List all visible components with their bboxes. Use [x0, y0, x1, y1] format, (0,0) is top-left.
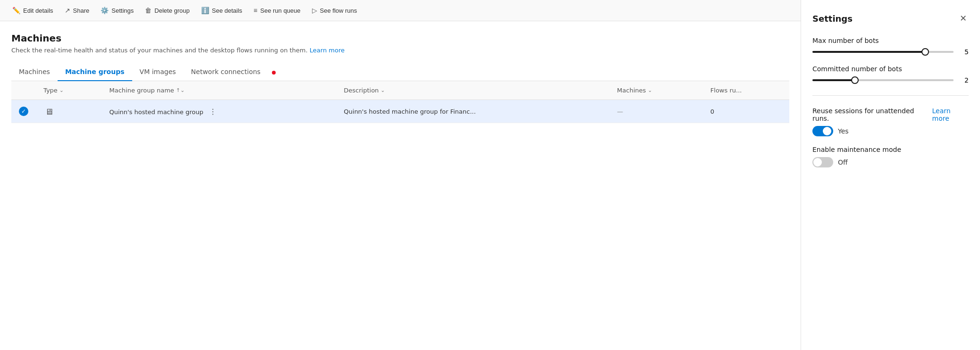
info-icon: ℹ️	[201, 7, 209, 14]
page-subtitle: Check the real-time health and status of…	[11, 47, 789, 54]
delete-group-button[interactable]: 🗑 Delete group	[140, 4, 194, 17]
committed-bots-thumb[interactable]	[851, 76, 859, 84]
edit-icon: ✏️	[12, 7, 20, 14]
main-content: ✏️ Edit details ↗ Share ⚙️ Settings 🗑 De…	[0, 0, 801, 350]
tabs-container: Machines Machine groups VM images Networ…	[11, 63, 789, 81]
reuse-sessions-toggle[interactable]	[812, 126, 833, 136]
committed-bots-fill	[812, 79, 855, 81]
committed-bots-section: Committed number of bots 2	[812, 65, 969, 84]
table-header-row: Type ⌄ Machine group name ↑⌄ Description	[11, 81, 789, 100]
max-bots-section: Max number of bots 5	[812, 37, 969, 56]
desc-sort-icon: ⌄	[380, 87, 385, 93]
tab-network-connections[interactable]: Network connections	[184, 63, 268, 81]
notification-dot	[272, 71, 276, 75]
share-icon: ↗	[65, 7, 70, 14]
row-type-cell: 🖥	[36, 100, 101, 123]
machines-sort-icon: ⌄	[648, 87, 652, 93]
reuse-sessions-label: Reuse sessions for unattended runs.	[812, 107, 929, 122]
settings-button[interactable]: ⚙️ Settings	[96, 4, 138, 17]
tab-machines[interactable]: Machines	[11, 63, 58, 81]
settings-panel: Settings ✕ Max number of bots 5 Committe…	[801, 0, 980, 350]
committed-bots-label: Committed number of bots	[812, 65, 969, 73]
max-bots-track	[812, 51, 954, 53]
see-run-queue-button[interactable]: ≡ See run queue	[249, 4, 305, 17]
maintenance-toggle-row: Off	[812, 157, 969, 167]
reuse-sessions-section: Reuse sessions for unattended runs. Lear…	[812, 107, 969, 136]
th-name[interactable]: Machine group name ↑⌄	[101, 81, 336, 100]
th-machines[interactable]: Machines ⌄	[609, 81, 703, 100]
divider-1	[812, 95, 969, 96]
settings-title: Settings	[812, 14, 853, 24]
maintenance-toggle-thumb	[813, 158, 822, 167]
edit-details-button[interactable]: ✏️ Edit details	[8, 4, 58, 17]
table-row[interactable]: ✓ 🖥 Quinn's hosted machine group ⋮ Quinn…	[11, 100, 789, 123]
trash-icon: 🗑	[145, 7, 152, 14]
max-bots-label: Max number of bots	[812, 37, 969, 44]
max-bots-fill	[812, 51, 925, 53]
machine-groups-table: Type ⌄ Machine group name ↑⌄ Description	[11, 81, 789, 123]
th-type[interactable]: Type ⌄	[36, 81, 101, 100]
page-title: Machines	[11, 33, 789, 44]
row-actions-menu[interactable]: ⋮	[205, 106, 220, 117]
committed-bots-value: 2	[959, 76, 969, 84]
tab-machine-groups[interactable]: Machine groups	[58, 63, 132, 81]
selected-check: ✓	[19, 107, 28, 116]
settings-header: Settings ✕	[812, 11, 969, 25]
tab-vm-images[interactable]: VM images	[132, 63, 184, 81]
maintenance-toggle[interactable]	[812, 157, 833, 167]
close-settings-button[interactable]: ✕	[958, 11, 969, 25]
learn-more-link[interactable]: Learn more	[310, 47, 345, 54]
committed-bots-slider-container: 2	[812, 76, 969, 84]
th-flows-running: Flows ru...	[703, 81, 789, 100]
row-checkbox-cell: ✓	[11, 100, 36, 123]
page-body: Machines Check the real-time health and …	[0, 21, 801, 350]
machine-type-icon: 🖥	[43, 106, 55, 117]
gear-icon: ⚙️	[101, 7, 109, 14]
list-icon: ≡	[253, 7, 257, 14]
reuse-sessions-value: Yes	[838, 127, 849, 135]
reuse-toggle-thumb	[823, 127, 831, 135]
reuse-sessions-toggle-row: Yes	[812, 126, 969, 136]
play-icon: ▷	[312, 7, 317, 14]
committed-bots-track	[812, 79, 954, 81]
th-checkbox	[11, 81, 36, 100]
name-sort-icon: ↑⌄	[176, 87, 185, 93]
see-details-button[interactable]: ℹ️ See details	[196, 4, 247, 17]
toolbar: ✏️ Edit details ↗ Share ⚙️ Settings 🗑 De…	[0, 0, 801, 21]
max-bots-thumb[interactable]	[921, 48, 929, 56]
reuse-sessions-label-row: Reuse sessions for unattended runs. Lear…	[812, 107, 969, 122]
row-flows-cell: 0	[703, 100, 789, 123]
maintenance-section: Enable maintenance mode Off	[812, 146, 969, 167]
max-bots-slider-container: 5	[812, 48, 969, 56]
type-sort-icon: ⌄	[59, 87, 64, 93]
reuse-sessions-learn-more[interactable]: Learn more	[932, 107, 969, 122]
row-machines-cell: —	[609, 100, 703, 123]
row-description-cell: Quinn's hosted machine group for Financ.…	[336, 100, 609, 123]
max-bots-value: 5	[959, 48, 969, 56]
maintenance-value: Off	[838, 158, 848, 166]
maintenance-label: Enable maintenance mode	[812, 146, 969, 153]
row-name-cell: Quinn's hosted machine group ⋮	[101, 100, 336, 123]
share-button[interactable]: ↗ Share	[60, 4, 94, 17]
see-flow-runs-button[interactable]: ▷ See flow runs	[307, 4, 362, 17]
th-description[interactable]: Description ⌄	[336, 81, 609, 100]
